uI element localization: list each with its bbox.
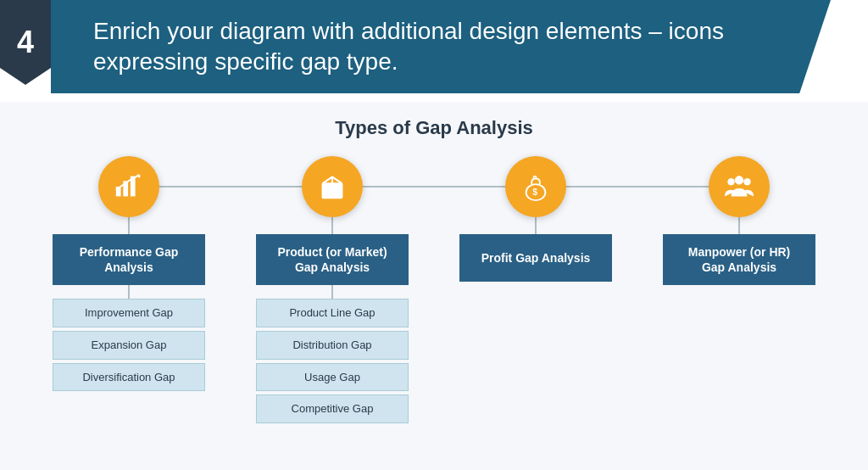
box-icon: [316, 171, 348, 203]
v-connector-product: [331, 217, 333, 234]
manpower-circle-icon: [709, 156, 770, 217]
col-product: Product (or Market) Gap Analysis Product…: [239, 156, 426, 427]
v-connector-manpower: [738, 217, 740, 234]
col-performance: Performance Gap Analysis Improvement Gap…: [36, 156, 222, 394]
performance-circle-icon: [98, 156, 159, 217]
svg-point-12: [744, 179, 751, 186]
manpower-label: Manpower (or HR) Gap Analysis: [676, 244, 802, 275]
profit-label: Profit Gap Analysis: [481, 250, 591, 266]
step-number: 4: [0, 0, 51, 85]
sub-item-competitive: Competitive Gap: [256, 394, 409, 423]
product-label: Product (or Market) Gap Analysis: [270, 244, 395, 275]
columns-row: Performance Gap Analysis Improvement Gap…: [27, 156, 841, 427]
section-title: Types of Gap Analysis: [335, 117, 533, 139]
svg-rect-3: [323, 183, 342, 198]
performance-label: Performance Gap Analysis: [66, 244, 192, 275]
profit-main-box: Profit Gap Analysis: [459, 234, 612, 282]
sub-connector-performance: [128, 285, 130, 299]
sub-item-product-line: Product Line Gap: [256, 299, 409, 327]
svg-text:$: $: [532, 187, 537, 197]
header-banner: Enrich your diagram with additional desi…: [51, 0, 831, 93]
product-sub-items: Product Line Gap Distribution Gap Usage …: [256, 299, 409, 426]
sub-item-distribution: Distribution Gap: [256, 331, 409, 360]
sub-item-diversification: Diversification Gap: [53, 363, 205, 392]
sub-item-improvement: Improvement Gap: [53, 299, 205, 327]
horizontal-line: [129, 186, 739, 187]
main-content: Types of Gap Analysis: [0, 102, 868, 470]
performance-sub-items: Improvement Gap Expansion Gap Diversific…: [53, 299, 205, 394]
header-title: Enrich your diagram with additional desi…: [93, 16, 797, 78]
svg-point-11: [728, 179, 735, 186]
col-profit: $ Profit Gap Analysis: [442, 156, 629, 282]
performance-main-box: Performance Gap Analysis: [53, 234, 205, 285]
sub-item-expansion: Expansion Gap: [53, 331, 205, 360]
product-main-box: Product (or Market) Gap Analysis: [256, 234, 409, 285]
svg-point-10: [735, 176, 743, 185]
product-circle-icon: [302, 156, 363, 217]
v-connector-profit: [535, 217, 537, 234]
v-connector-performance: [128, 217, 130, 234]
money-icon: $: [520, 171, 552, 203]
manpower-main-box: Manpower (or HR) Gap Analysis: [663, 234, 815, 285]
step-number-text: 4: [17, 25, 34, 60]
diagram-container: Performance Gap Analysis Improvement Gap…: [27, 156, 841, 427]
profit-circle-icon: $: [505, 156, 566, 217]
chart-icon: [113, 171, 145, 203]
sub-connector-product: [331, 285, 333, 299]
col-manpower: Manpower (or HR) Gap Analysis: [646, 156, 832, 285]
people-icon: [723, 171, 755, 203]
sub-item-usage: Usage Gap: [256, 363, 409, 392]
